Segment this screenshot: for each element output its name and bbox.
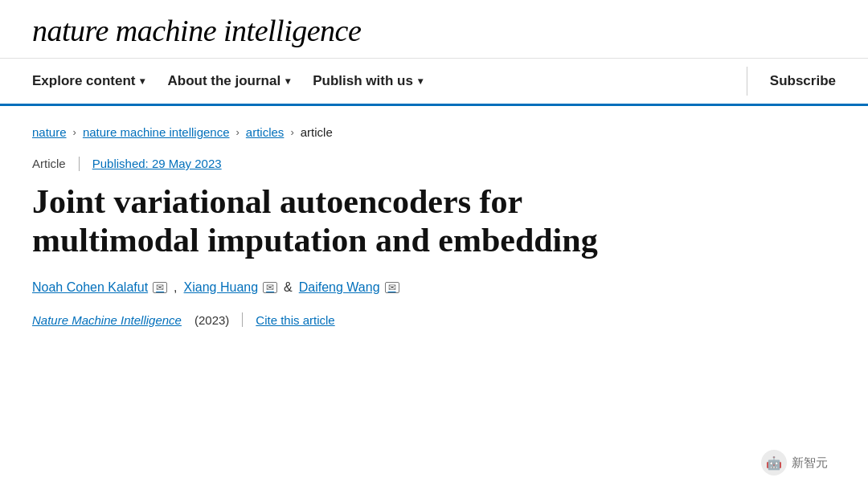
watermark-icon: 🤖: [761, 450, 787, 476]
author-sep-1: ,: [174, 280, 177, 295]
nav-explore-label: Explore content: [32, 73, 135, 89]
footer-separator: [242, 312, 243, 327]
nav-publish-label: Publish with us: [313, 73, 413, 89]
nav-explore[interactable]: Explore content ▾: [32, 59, 167, 104]
journal-year: (2023): [194, 313, 229, 327]
article-title: Joint variational autoencoders for multi…: [32, 182, 691, 260]
author-1-name: Noah Cohen Kalafut: [32, 280, 148, 295]
article-meta: Article Published: 29 May 2023: [32, 157, 836, 171]
watermark: 🤖 新智元: [761, 450, 828, 476]
published-date-link[interactable]: Published: 29 May 2023: [92, 157, 222, 170]
breadcrumb-sep-1: ›: [73, 126, 76, 138]
breadcrumb-nature[interactable]: nature: [32, 125, 67, 139]
article-footer: Nature Machine Intelligence (2023) Cite …: [32, 312, 836, 327]
author-sep-2: &: [284, 280, 293, 295]
breadcrumb-articles[interactable]: articles: [246, 125, 285, 139]
nav-items: Explore content ▾ About the journal ▾ Pu…: [32, 59, 747, 104]
author-3-email-icon: ✉: [385, 282, 399, 293]
content-area: nature › nature machine intelligence › a…: [0, 106, 868, 352]
author-2[interactable]: Xiang Huang ✉: [184, 280, 278, 295]
breadcrumb: nature › nature machine intelligence › a…: [32, 125, 836, 139]
author-3[interactable]: Daifeng Wang ✉: [299, 280, 399, 295]
meta-separator: [79, 157, 80, 171]
breadcrumb-sep-2: ›: [236, 126, 240, 138]
journal-name: Nature Machine Intelligence: [32, 313, 182, 327]
breadcrumb-current: article: [301, 125, 333, 139]
author-2-email-icon: ✉: [263, 282, 277, 293]
about-chevron-icon: ▾: [285, 76, 290, 87]
author-3-name: Daifeng Wang: [299, 280, 380, 295]
nav-subscribe[interactable]: Subscribe: [747, 59, 836, 104]
authors-list: Noah Cohen Kalafut ✉ , Xiang Huang ✉ & D…: [32, 280, 836, 295]
nav-about[interactable]: About the journal ▾: [167, 59, 313, 104]
author-1[interactable]: Noah Cohen Kalafut ✉: [32, 280, 167, 295]
breadcrumb-journal[interactable]: nature machine intelligence: [83, 125, 230, 139]
nav-bar: Explore content ▾ About the journal ▾ Pu…: [0, 59, 868, 106]
author-1-email-icon: ✉: [153, 282, 167, 293]
header: nature machine intelligence: [0, 0, 868, 59]
watermark-text: 新智元: [792, 455, 828, 471]
breadcrumb-sep-3: ›: [290, 126, 293, 138]
explore-chevron-icon: ▾: [140, 76, 145, 87]
nav-subscribe-label: Subscribe: [770, 73, 836, 89]
cite-link[interactable]: Cite this article: [256, 313, 334, 327]
site-title: nature machine intelligence: [32, 14, 836, 48]
nav-publish[interactable]: Publish with us ▾: [313, 59, 445, 104]
nav-about-label: About the journal: [167, 73, 280, 89]
journal-name-link[interactable]: Nature Machine Intelligence: [32, 313, 182, 327]
article-type: Article: [32, 157, 66, 170]
author-2-name: Xiang Huang: [184, 280, 259, 295]
publish-chevron-icon: ▾: [418, 76, 423, 87]
